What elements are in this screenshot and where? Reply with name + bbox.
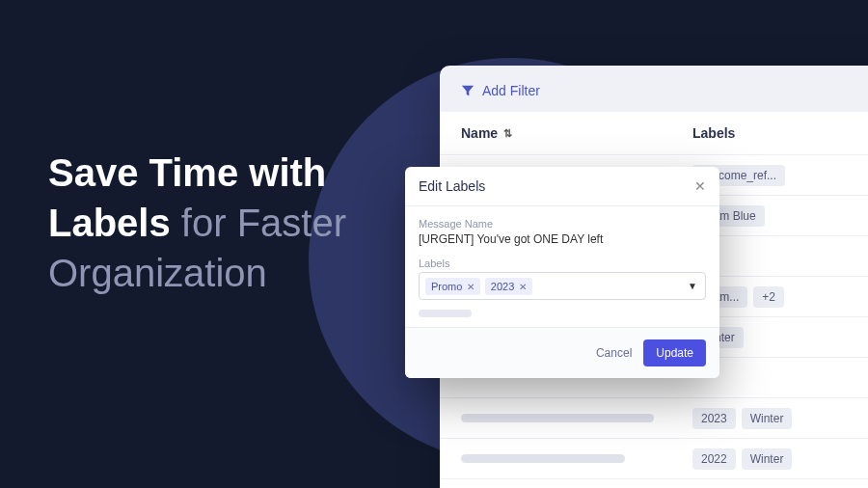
remove-tag-icon[interactable]: ✕ — [467, 282, 475, 292]
row-name-cell — [461, 414, 692, 422]
skeleton-text — [461, 454, 625, 463]
skeleton-text — [461, 414, 654, 422]
hint-placeholder — [419, 310, 472, 317]
add-filter-label: Add Filter — [482, 83, 540, 98]
funnel-icon — [461, 84, 475, 97]
update-button[interactable]: Update — [643, 339, 706, 366]
row-name-cell — [461, 454, 692, 463]
row-labels-cell: 2023Winter — [692, 408, 868, 429]
label-chip[interactable]: Winter — [742, 408, 793, 429]
message-name-label: Message Name — [419, 218, 706, 230]
sort-icon: ⇅ — [503, 127, 512, 140]
remove-tag-icon[interactable]: ✕ — [519, 282, 527, 292]
label-chip[interactable]: 2023 — [692, 408, 736, 429]
label-chip[interactable]: +2 — [753, 286, 784, 308]
column-name[interactable]: Name ⇅ — [461, 125, 692, 141]
labels-field-label: Labels — [419, 258, 706, 269]
table-row[interactable]: 2023Winter — [440, 397, 868, 438]
message-name-value: [URGENT] You've got ONE DAY left — [419, 232, 706, 246]
labels-input[interactable]: Promo✕ 2023✕ ▼ — [419, 272, 706, 300]
table-row[interactable]: welcome_ref... — [440, 478, 868, 488]
modal-title: Edit Labels — [419, 178, 485, 194]
label-chip[interactable]: 2022 — [692, 448, 736, 470]
label-tag[interactable]: Promo✕ — [425, 278, 480, 295]
row-labels-cell: 2022Winter — [692, 448, 868, 470]
column-labels[interactable]: Labels — [692, 125, 868, 141]
close-icon[interactable]: ✕ — [694, 178, 706, 194]
label-tag[interactable]: 2023✕ — [485, 278, 532, 295]
table-row[interactable]: 2022Winter — [440, 438, 868, 478]
hero-headline: Save Time with Labels for Faster Organiz… — [48, 148, 386, 298]
cancel-button[interactable]: Cancel — [596, 346, 632, 360]
chevron-down-icon: ▼ — [688, 281, 697, 291]
label-chip[interactable]: Winter — [742, 448, 793, 470]
table-header: Name ⇅ Labels — [440, 112, 868, 154]
add-filter-button[interactable]: Add Filter — [440, 83, 540, 112]
edit-labels-modal: Edit Labels ✕ Message Name [URGENT] You'… — [405, 167, 719, 378]
